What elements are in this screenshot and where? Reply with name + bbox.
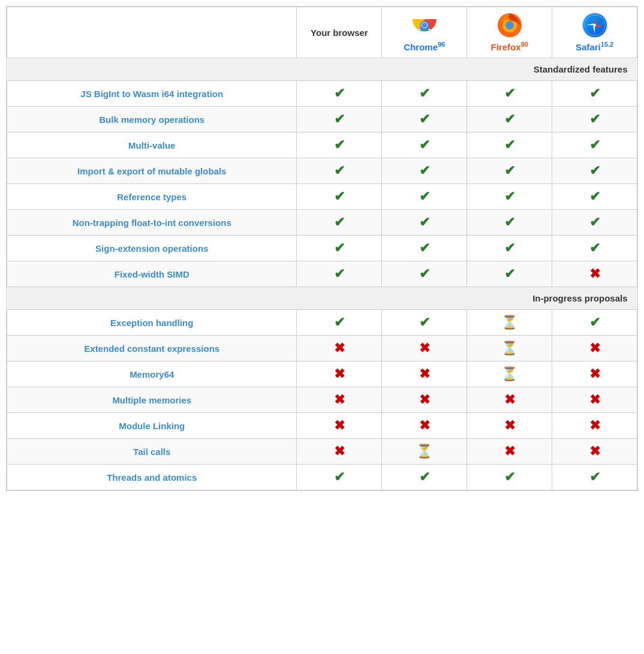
table-row: Import & export of mutable globals ✔ ✔ ✔… (7, 158, 637, 184)
safari-cell: ✔ (552, 465, 637, 490)
check-icon: ✔ (334, 163, 345, 178)
chrome-cell: ✔ (382, 261, 467, 287)
check-icon: ✔ (419, 163, 430, 178)
feature-name-cell: Tail calls (7, 439, 297, 465)
safari-cell: ✔ (552, 210, 637, 236)
chrome-cell: ⏳ (382, 439, 467, 465)
firefox-cell: ✔ (467, 81, 552, 107)
your-browser-cell: ✔ (297, 107, 382, 132)
your-browser-cell: ✔ (297, 236, 382, 261)
hourglass-icon: ⏳ (501, 315, 517, 330)
feature-name-cell: Bulk memory operations (7, 107, 297, 132)
your-browser-cell: ✔ (297, 158, 382, 184)
table-row: Multiple memories ✖ ✖ ✖ ✖ (7, 387, 637, 413)
safari-cell: ✖ (552, 413, 637, 439)
firefox-cell: ✔ (467, 465, 552, 490)
table-row: Bulk memory operations ✔ ✔ ✔ ✔ (7, 107, 637, 132)
chrome-cell: ✔ (382, 236, 467, 261)
safari-cell: ✔ (552, 81, 637, 107)
firefox-cell: ✖ (467, 413, 552, 439)
table-row: Memory64 ✖ ✖ ⏳ ✖ (7, 361, 637, 387)
feature-name-cell: Sign-extension operations (7, 236, 297, 261)
firefox-cell: ✔ (467, 132, 552, 158)
table-row: Module Linking ✖ ✖ ✖ ✖ (7, 413, 637, 439)
safari-cell: ✖ (552, 336, 637, 361)
check-icon: ✔ (504, 469, 515, 484)
check-icon: ✔ (589, 86, 600, 101)
feature-column-header (7, 7, 297, 58)
check-icon: ✔ (504, 240, 515, 255)
safari-cell: ✖ (552, 261, 637, 287)
table-header-row: Your browser Chrome96 (7, 7, 637, 58)
table-body: Standardized features JS BigInt to Wasm … (7, 58, 637, 490)
safari-cell: ✔ (552, 107, 637, 132)
cross-icon: ✖ (334, 340, 345, 355)
safari-cell: ✔ (552, 158, 637, 184)
check-icon: ✔ (334, 315, 345, 330)
table-row: Extended constant expressions ✖ ✖ ⏳ ✖ (7, 336, 637, 361)
check-icon: ✔ (334, 111, 345, 126)
check-icon: ✔ (334, 189, 345, 204)
safari-icon (582, 12, 608, 38)
feature-name-cell: Multiple memories (7, 387, 297, 413)
compatibility-table: Your browser Chrome96 (6, 6, 638, 491)
feature-name-cell: Module Linking (7, 413, 297, 439)
feature-name-cell: Multi-value (7, 132, 297, 158)
firefox-cell: ✔ (467, 261, 552, 287)
cross-icon: ✖ (589, 366, 600, 381)
check-icon: ✔ (589, 469, 600, 484)
check-icon: ✔ (589, 315, 600, 330)
your-browser-cell: ✔ (297, 132, 382, 158)
firefox-cell: ✖ (467, 387, 552, 413)
chrome-cell: ✔ (382, 184, 467, 210)
firefox-cell: ⏳ (467, 310, 552, 336)
safari-version: 15.2 (601, 41, 613, 48)
cross-icon: ✖ (419, 392, 430, 407)
check-icon: ✔ (334, 469, 345, 484)
table-row: Exception handling ✔ ✔ ⏳ ✔ (7, 310, 637, 336)
safari-column-header: Safari15.2 (552, 7, 637, 58)
check-icon: ✔ (504, 86, 515, 101)
check-icon: ✔ (504, 189, 515, 204)
cross-icon: ✖ (334, 366, 345, 381)
safari-cell: ✖ (552, 439, 637, 465)
check-icon: ✔ (589, 240, 600, 255)
your-browser-column-header: Your browser (297, 7, 382, 58)
safari-cell: ✔ (552, 310, 637, 336)
cross-icon: ✖ (589, 418, 600, 433)
feature-name-cell: Fixed-width SIMD (7, 261, 297, 287)
section-title: In-progress proposals (7, 287, 637, 310)
safari-cell: ✔ (552, 184, 637, 210)
hourglass-icon: ⏳ (416, 444, 432, 459)
check-icon: ✔ (334, 240, 345, 255)
cross-icon: ✖ (504, 392, 515, 407)
your-browser-cell: ✔ (297, 81, 382, 107)
chrome-cell: ✔ (382, 310, 467, 336)
cross-icon: ✖ (589, 266, 600, 281)
check-icon: ✔ (589, 163, 600, 178)
hourglass-icon: ⏳ (501, 366, 517, 381)
firefox-cell: ✖ (467, 439, 552, 465)
safari-cell: ✔ (552, 132, 637, 158)
check-icon: ✔ (504, 111, 515, 126)
svg-point-15 (594, 24, 596, 26)
firefox-cell: ✔ (467, 184, 552, 210)
cross-icon: ✖ (334, 392, 345, 407)
cross-icon: ✖ (589, 392, 600, 407)
table-row: Reference types ✔ ✔ ✔ ✔ (7, 184, 637, 210)
chrome-cell: ✖ (382, 387, 467, 413)
your-browser-cell: ✖ (297, 413, 382, 439)
your-browser-cell: ✔ (297, 184, 382, 210)
section-header-row: Standardized features (7, 58, 637, 81)
your-browser-cell: ✔ (297, 210, 382, 236)
table-row: Fixed-width SIMD ✔ ✔ ✔ ✖ (7, 261, 637, 287)
chrome-cell: ✖ (382, 336, 467, 361)
your-browser-label: Your browser (311, 28, 368, 38)
firefox-cell: ✔ (467, 158, 552, 184)
section-title: Standardized features (7, 58, 637, 81)
check-icon: ✔ (334, 266, 345, 281)
your-browser-cell: ✔ (297, 465, 382, 490)
chrome-cell: ✔ (382, 465, 467, 490)
safari-cell: ✔ (552, 236, 637, 261)
firefox-cell: ✔ (467, 107, 552, 132)
